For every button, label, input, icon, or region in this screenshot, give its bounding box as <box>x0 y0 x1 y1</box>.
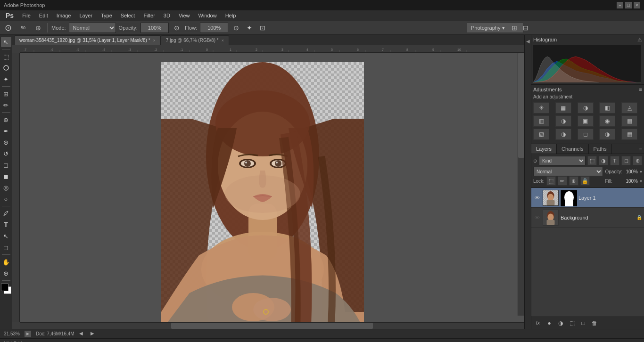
layer1-thumbnail[interactable] <box>543 190 559 206</box>
right-collapse-bar[interactable]: ◀ <box>524 35 531 329</box>
mode-select[interactable]: Normal <box>69 23 116 33</box>
layers-filter-smart[interactable]: ⊕ <box>633 156 642 165</box>
layer-delete-button[interactable]: 🗑 <box>590 318 599 328</box>
layer-fx-button[interactable]: fx <box>533 318 543 328</box>
minimize-panels-icon[interactable]: ⊟ <box>520 23 531 33</box>
tab-woman-close[interactable]: × <box>153 38 156 43</box>
layer-item-background[interactable]: 👁 Background 🔒 <box>531 208 644 228</box>
flow-input[interactable] <box>200 23 228 33</box>
menu-layer[interactable]: Layer <box>75 12 96 19</box>
flow-icon[interactable]: ⊙ <box>231 23 241 33</box>
layers-blend-mode-select[interactable]: Normal <box>533 167 603 176</box>
path-selection-tool[interactable]: ↖ <box>1 231 11 241</box>
layers-tab-paths[interactable]: Paths <box>589 144 612 154</box>
posterize-btn[interactable]: ◻ <box>578 129 594 140</box>
eraser-tool[interactable]: ◻ <box>1 160 11 170</box>
layer1-visibility[interactable]: 👁 <box>533 194 541 202</box>
menu-select[interactable]: Select <box>117 12 139 19</box>
invert-btn[interactable]: ◑ <box>555 129 571 140</box>
layers-lock-position[interactable]: ⊕ <box>569 176 578 186</box>
layers-filter-type[interactable]: T <box>610 156 619 165</box>
eyedropper-tool[interactable]: ✏ <box>1 100 11 110</box>
layers-lock-all[interactable]: 🔒 <box>580 176 590 186</box>
blur-tool[interactable]: ◎ <box>1 182 11 193</box>
layers-opacity-arrow[interactable]: ▾ <box>640 169 642 174</box>
black-white-btn[interactable]: ▣ <box>578 115 594 127</box>
layers-kind-select[interactable]: Kind <box>539 156 586 165</box>
layers-opacity-value[interactable]: 100% <box>626 169 638 174</box>
history-brush-tool[interactable]: ↺ <box>1 148 11 159</box>
layers-tab-layers[interactable]: Layers <box>531 144 557 154</box>
layers-fill-value[interactable]: 100% <box>626 179 638 184</box>
foreground-color-swatch[interactable] <box>1 284 8 291</box>
menu-type[interactable]: Type <box>97 12 116 19</box>
gradient-map-btn[interactable]: ▦ <box>621 129 637 140</box>
collapse-arrow[interactable]: ◀ <box>526 39 530 44</box>
minimize-button[interactable]: − <box>617 2 623 8</box>
magic-wand-tool[interactable]: ✦ <box>1 74 11 84</box>
search-panel-icon[interactable]: ⊞ <box>509 23 520 33</box>
layers-filter-shape[interactable]: ◻ <box>621 156 631 165</box>
opacity-input[interactable] <box>140 23 169 33</box>
layers-filter-pixel[interactable]: ⬚ <box>587 156 597 165</box>
lasso-tool[interactable] <box>1 63 11 73</box>
hand-tool[interactable]: ✋ <box>1 257 11 267</box>
clone-stamp-tool[interactable]: ⊛ <box>1 137 11 147</box>
tab-seven-close[interactable]: × <box>222 38 224 43</box>
menu-edit[interactable]: Edit <box>35 12 52 19</box>
layers-filter-adjust[interactable]: ◑ <box>599 156 608 165</box>
close-button[interactable]: × <box>634 2 640 8</box>
pen-tool[interactable] <box>1 208 11 219</box>
menu-file[interactable]: File <box>18 12 34 19</box>
color-swatches[interactable] <box>1 284 11 294</box>
layers-lock-image[interactable]: ✏ <box>558 176 567 186</box>
brush-tool[interactable]: ✒ <box>1 126 11 136</box>
exposure-btn[interactable]: ◧ <box>599 102 615 114</box>
tab-woman[interactable]: woman-3584435_1920.jpg @ 31,5% (Layer 1,… <box>14 35 161 45</box>
menu-help[interactable]: Help <box>222 12 240 19</box>
dodge-tool[interactable]: ○ <box>1 194 11 204</box>
type-tool[interactable]: T <box>1 220 11 230</box>
menu-window[interactable]: Window <box>195 12 221 19</box>
layer1-mask-thumbnail[interactable] <box>561 190 577 206</box>
status-nav-prev[interactable]: ◀ <box>79 331 86 337</box>
color-balance-btn[interactable]: ◑ <box>555 115 571 127</box>
menu-3d[interactable]: 3D <box>160 12 174 19</box>
menu-ps[interactable]: Ps <box>2 11 17 20</box>
photo-filter-btn[interactable]: ◉ <box>599 115 615 127</box>
shape-tool[interactable]: ◻ <box>1 242 11 252</box>
h-scrollbar-thumb[interactable] <box>171 323 373 329</box>
window-controls[interactable]: − □ × <box>617 2 640 8</box>
layer-new-button[interactable]: □ <box>578 318 588 328</box>
layers-fill-arrow[interactable]: ▾ <box>640 179 642 184</box>
canvas-viewport[interactable] <box>20 53 524 322</box>
adjustments-collapse[interactable]: ≡ <box>639 87 642 92</box>
brush-toggle[interactable]: ⊕ <box>33 23 43 33</box>
menu-filter[interactable]: Filter <box>140 12 158 19</box>
gradient-tool[interactable]: ◼ <box>1 171 11 181</box>
vertical-scrollbar[interactable] <box>518 53 524 316</box>
layer-group-button[interactable]: ⬚ <box>567 318 577 328</box>
channel-mixer-btn[interactable]: ▦ <box>621 115 637 127</box>
color-lookup-btn[interactable]: ▧ <box>533 129 549 140</box>
crop-tool[interactable]: ⊞ <box>1 89 11 99</box>
background-thumbnail[interactable] <box>543 210 559 226</box>
horizontal-scrollbar[interactable] <box>20 322 524 329</box>
status-nav-next[interactable]: ▶ <box>91 331 97 337</box>
layers-tab-channels[interactable]: Channels <box>557 144 588 154</box>
vibrance-btn[interactable]: ◬ <box>621 102 637 114</box>
tablet-icon[interactable]: ⊡ <box>257 23 268 33</box>
curves-btn[interactable]: ◑ <box>578 102 594 114</box>
layer-mask-button[interactable]: ● <box>545 318 554 328</box>
menu-view[interactable]: View <box>175 12 194 19</box>
healing-tool[interactable]: ⊕ <box>1 114 11 125</box>
v-scrollbar-thumb[interactable] <box>518 53 524 158</box>
background-visibility[interactable]: 👁 <box>533 214 541 221</box>
menu-image[interactable]: Image <box>53 12 75 19</box>
threshold-btn[interactable]: ◑ <box>599 129 615 140</box>
zoom-tool[interactable]: ⊕ <box>1 268 11 278</box>
restore-button[interactable]: □ <box>625 2 632 8</box>
brightness-contrast-btn[interactable]: ☀ <box>533 102 549 114</box>
layers-lock-transparency[interactable]: ⬚ <box>546 176 556 186</box>
levels-btn[interactable]: ▦ <box>555 102 571 114</box>
